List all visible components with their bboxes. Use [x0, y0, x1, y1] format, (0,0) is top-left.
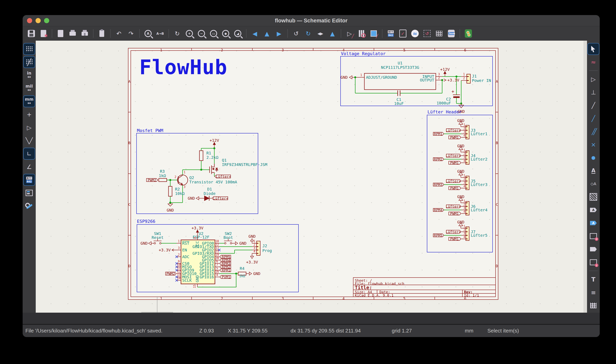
- draw-textbox-button[interactable]: ≡: [588, 287, 599, 298]
- status-units[interactable]: mm: [465, 328, 473, 334]
- r2-value[interactable]: 10kΩ: [175, 191, 185, 196]
- mirror-horizontal-button[interactable]: ◀▶: [315, 28, 326, 39]
- q1-value[interactable]: IRF9Z34NSTRLPBF-JSM: [222, 162, 267, 167]
- page-settings-button[interactable]: [38, 28, 49, 39]
- gnd-label[interactable]: GND: [457, 143, 464, 148]
- directive-label-button[interactable]: ◇A: [588, 178, 599, 189]
- assign-footprints-button[interactable]: ↺: [422, 28, 432, 39]
- redo-button[interactable]: ↷: [126, 28, 136, 39]
- rpm-label[interactable]: RPM5: [434, 233, 442, 237]
- line-45-button[interactable]: ∠: [24, 161, 35, 172]
- minimize-button[interactable]: [36, 18, 41, 23]
- draw-text-button[interactable]: T: [588, 274, 599, 285]
- lufter-label[interactable]: Lüfter+: [213, 196, 228, 200]
- draw-bus-button[interactable]: ╱: [588, 113, 599, 124]
- bus-entry-button[interactable]: ╱╱: [588, 126, 599, 137]
- p33-label[interactable]: +3.3V: [246, 260, 258, 264]
- printer-button[interactable]: [68, 28, 78, 39]
- maximize-button[interactable]: [44, 18, 49, 23]
- section-label[interactable]: ESP9266: [137, 219, 155, 224]
- p12-label[interactable]: +12V: [440, 67, 450, 72]
- j1-value[interactable]: Power IN: [472, 78, 491, 83]
- u1-ref[interactable]: U1: [398, 61, 402, 65]
- unit-mils-button[interactable]: mil ↔: [24, 83, 35, 94]
- pwm-label[interactable]: PWM1: [450, 135, 459, 140]
- section-label[interactable]: Mosfet PWM: [137, 128, 163, 133]
- c2-value[interactable]: 1000uF: [437, 101, 451, 105]
- library-browser-button[interactable]: [356, 28, 367, 39]
- pwm-label[interactable]: PWM1: [450, 211, 459, 216]
- q2-value[interactable]: Transistor 45V 100mA: [189, 180, 237, 184]
- hierarchical-sheet-button[interactable]: [588, 231, 599, 242]
- titlebar[interactable]: flowhub — Schematic Editor: [23, 15, 600, 26]
- crosshair-cursor-button[interactable]: +: [24, 109, 35, 120]
- sheet-pin-button[interactable]: [588, 244, 599, 255]
- place-symbol-button[interactable]: ▷: [588, 74, 599, 85]
- pwm2-label[interactable]: PWM2: [148, 178, 156, 182]
- rpm-label[interactable]: RPM3: [434, 182, 442, 187]
- lufter-label[interactable]: Lüfter+: [446, 230, 461, 234]
- zoom-in-button[interactable]: +: [184, 28, 194, 39]
- lufter-label[interactable]: Lüfter+: [446, 204, 461, 208]
- find-replace-button[interactable]: A→B: [155, 28, 165, 39]
- rpm-label[interactable]: RPM4: [434, 208, 442, 212]
- pwm-label[interactable]: PWM1: [450, 237, 459, 241]
- refresh-button[interactable]: ↻: [172, 28, 182, 39]
- j1-body[interactable]: [467, 74, 470, 83]
- print-button[interactable]: [55, 28, 66, 39]
- j2-value[interactable]: Prog: [262, 248, 272, 253]
- import-sheet-pin-button[interactable]: [588, 257, 599, 268]
- lufter-label[interactable]: Lüfter+: [446, 179, 461, 183]
- rotate-cw-button[interactable]: ↻: [303, 28, 313, 39]
- connector-value[interactable]: Lüfter5: [471, 233, 487, 238]
- pcb-editor-button[interactable]: [463, 28, 474, 39]
- annotate-auto-button[interactable]: R??R42: [24, 174, 35, 185]
- rule-area-button[interactable]: [588, 191, 599, 202]
- connector-value[interactable]: Lüfter3: [471, 182, 487, 187]
- zoom-selection-button[interactable]: ◢: [233, 28, 243, 39]
- pwm-label[interactable]: PWM1: [450, 161, 459, 165]
- p33-label[interactable]: +3.3V: [447, 78, 459, 82]
- fields-table-button[interactable]: [434, 28, 444, 39]
- r1-value[interactable]: 2.2kΩ: [206, 155, 218, 160]
- gnd-label[interactable]: GND: [253, 271, 260, 276]
- gnd-label[interactable]: GND: [341, 75, 348, 80]
- hierarchy-navigator-button[interactable]: [24, 187, 35, 198]
- zoom-out-button[interactable]: −: [196, 28, 206, 39]
- connector-body[interactable]: [466, 151, 469, 164]
- lufter-label[interactable]: Lüfter+: [446, 128, 461, 132]
- q1-ref[interactable]: Q1: [222, 158, 227, 163]
- horizontal-scrollbar[interactable]: [23, 313, 600, 324]
- no-connect-button[interactable]: ×: [588, 139, 599, 150]
- vertical-scrollbar[interactable]: [583, 41, 587, 313]
- d1-ref[interactable]: D1: [207, 187, 212, 192]
- nav-up-button[interactable]: ▲: [262, 28, 272, 39]
- gnd-label[interactable]: GND: [239, 241, 246, 246]
- q2-ref[interactable]: Q2: [189, 175, 194, 180]
- draw-table-button[interactable]: [588, 300, 599, 311]
- gnd-label[interactable]: GND: [248, 234, 256, 239]
- paste-button[interactable]: [97, 28, 107, 39]
- plotter-button[interactable]: [80, 28, 90, 39]
- connector-body[interactable]: [466, 125, 469, 139]
- lufter-label[interactable]: Lüfter+: [446, 154, 461, 158]
- connector-body[interactable]: [466, 176, 469, 190]
- rotate-ccw-button[interactable]: ↺: [291, 28, 301, 39]
- net-label-button[interactable]: A: [588, 165, 599, 176]
- rpm-label[interactable]: RPM1: [434, 132, 442, 136]
- connector-value[interactable]: Lüfter4: [471, 208, 487, 212]
- symbol-editor-button[interactable]: ▷: [344, 28, 355, 39]
- r4-value[interactable]: 1kΩ: [239, 274, 245, 278]
- footprint-editor-button[interactable]: [369, 28, 379, 39]
- section-label[interactable]: Lüfter Header: [427, 109, 462, 114]
- lufter-label[interactable]: Lüfter+: [216, 174, 231, 179]
- line-free-angle-button[interactable]: ╲╱: [24, 135, 35, 146]
- p33-label[interactable]: +3.3V: [159, 248, 171, 252]
- properties-tools-button[interactable]: [24, 200, 35, 211]
- unit-mm-button[interactable]: mm ↔: [24, 96, 35, 107]
- u1-value[interactable]: NCP1117LPST33T3G: [381, 65, 419, 70]
- r3-value[interactable]: 1kΩ: [159, 173, 166, 178]
- gnd-label[interactable]: GND: [457, 118, 464, 123]
- gnd-label[interactable]: GND: [457, 169, 464, 174]
- gnd-label[interactable]: GND: [457, 194, 464, 199]
